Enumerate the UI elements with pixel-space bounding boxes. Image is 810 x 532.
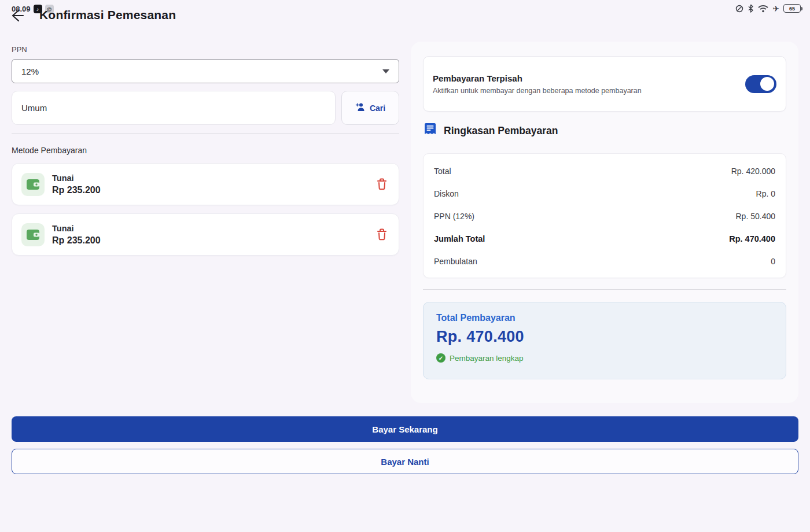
cari-button-label: Cari [370, 104, 385, 113]
total-payment-label: Total Pembayaran [436, 313, 773, 323]
summary-heading: Ringkasan Pembayaran [444, 125, 558, 137]
payment-complete-status: Pembayaran lengkap [450, 354, 524, 363]
divider [12, 133, 399, 134]
total-payment-card: Total Pembayaran Rp. 470.400 ✓ Pembayara… [423, 302, 786, 379]
wallet-icon [21, 173, 45, 196]
cari-button[interactable]: Cari [341, 91, 399, 125]
battery-icon: 65 [783, 4, 801, 13]
bluetooth-icon [748, 4, 754, 13]
summary-row: Pembulatan 0 [434, 250, 775, 273]
metode-pembayaran-label: Metode Pembayaran [12, 146, 399, 155]
back-button[interactable] [9, 8, 25, 24]
split-payment-toggle[interactable] [745, 75, 776, 93]
summary-row-label: Pembulatan [434, 257, 477, 266]
summary-row: PPN (12%) Rp. 50.400 [434, 205, 775, 227]
split-payment-title: Pembayaran Terpisah [433, 73, 745, 83]
total-payment-amount: Rp. 470.400 [436, 328, 773, 346]
payment-method-card: Tunai Rp 235.200 [12, 213, 399, 256]
delete-payment-button[interactable] [374, 177, 389, 192]
bayar-nanti-button[interactable]: Bayar Nanti [12, 449, 798, 474]
summary-row: Diskon Rp. 0 [434, 182, 775, 205]
payment-method-card: Tunai Rp 235.200 [12, 163, 399, 205]
mute-icon [735, 5, 743, 13]
summary-row: Total Rp. 420.000 [434, 160, 775, 182]
chevron-down-icon [382, 69, 389, 73]
ppn-select[interactable]: 12% [12, 59, 399, 83]
divider [423, 289, 786, 290]
receipt-icon [424, 123, 436, 139]
toggle-knob [760, 77, 774, 91]
payment-method-name: Tunai [52, 224, 374, 233]
summary-row-value: Rp. 0 [756, 189, 775, 198]
page-title: Konfirmasi Pemesanan [39, 8, 176, 22]
summary-card: Total Rp. 420.000 Diskon Rp. 0 PPN (12%)… [423, 153, 786, 278]
summary-row-value: Rp. 50.400 [736, 212, 776, 221]
customer-input[interactable] [12, 91, 336, 125]
summary-row-total: Jumlah Total Rp. 470.400 [434, 228, 775, 250]
bayar-sekarang-button[interactable]: Bayar Sekarang [12, 416, 798, 442]
wifi-icon [758, 5, 768, 13]
left-column: PPN 12% Cari Metode Pembayaran Tunai Rp … [12, 45, 399, 256]
summary-row-label: Jumlah Total [434, 234, 485, 243]
payment-method-name: Tunai [52, 173, 374, 183]
payment-method-amount: Rp 235.200 [52, 235, 374, 246]
airplane-mode-icon: ✈ [772, 5, 779, 13]
summary-row-label: Total [434, 167, 451, 176]
delete-payment-button[interactable] [374, 227, 389, 242]
split-payment-card: Pembayaran Terpisah Aktifkan untuk memba… [423, 56, 786, 112]
ppn-selected-value: 12% [21, 66, 39, 76]
split-payment-subtitle: Aktifkan untuk membayar dengan beberapa … [433, 87, 745, 95]
summary-row-value: Rp. 420.000 [731, 167, 775, 176]
ppn-label: PPN [12, 45, 399, 54]
summary-row-value: 0 [771, 257, 775, 266]
wallet-icon [21, 223, 45, 246]
summary-row-value: Rp. 470.400 [729, 234, 775, 243]
payment-method-amount: Rp 235.200 [52, 185, 374, 195]
summary-row-label: PPN (12%) [434, 212, 474, 221]
person-add-icon [355, 102, 366, 113]
check-circle-icon: ✓ [436, 353, 446, 363]
summary-row-label: Diskon [434, 189, 459, 198]
payment-summary-panel: Pembayaran Terpisah Aktifkan untuk memba… [411, 42, 798, 403]
battery-percent: 65 [789, 6, 795, 12]
